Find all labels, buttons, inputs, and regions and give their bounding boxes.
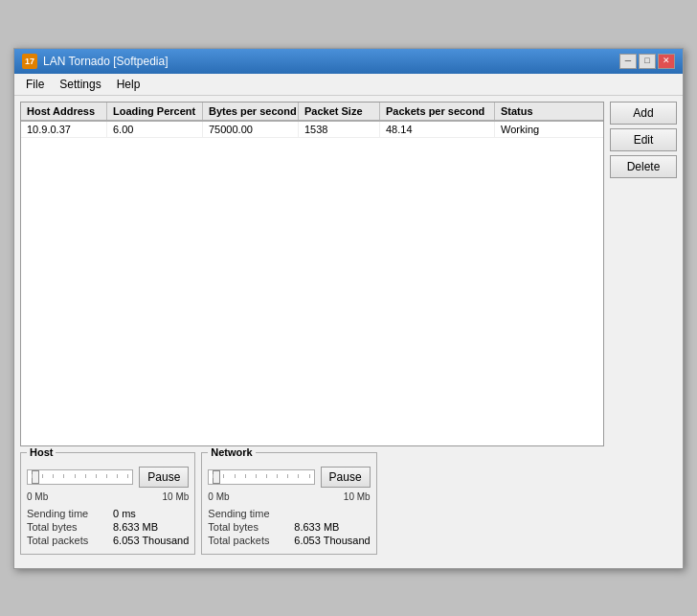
host-total-packets-value: 6.053 Thousand [113, 535, 189, 546]
menu-bar: File Settings Help [14, 74, 683, 96]
network-total-bytes-label: Total bytes [208, 521, 294, 533]
host-table: Host Address Loading Percent Bytes per s… [20, 102, 604, 446]
menu-settings[interactable]: Settings [52, 76, 108, 93]
tick [256, 474, 257, 478]
col-host-address: Host Address [21, 103, 107, 120]
host-panel-title: Host [27, 446, 56, 458]
network-sending-time-label: Sending time [208, 508, 294, 519]
host-total-bytes-row: Total bytes 8.633 MB [27, 521, 189, 533]
tick [85, 474, 86, 478]
host-total-bytes-label: Total bytes [27, 521, 113, 533]
col-loading-percent: Loading Percent [107, 103, 203, 120]
host-slider-min: 0 Mb [27, 491, 48, 502]
tick [235, 474, 236, 478]
tick [32, 474, 33, 478]
network-total-packets-value: 6.053 Thousand [294, 535, 370, 546]
table-header: Host Address Loading Percent Bytes per s… [21, 103, 603, 122]
tick [245, 474, 246, 478]
tick [75, 474, 76, 478]
main-window: 17 LAN Tornado [Softpedia] ─ □ ✕ File Se… [13, 48, 684, 569]
col-bytes-per-second: Bytes per second [203, 103, 299, 120]
host-slider-max: 10 Mb [163, 491, 190, 502]
tick [106, 474, 107, 478]
host-panel: Host [20, 452, 195, 555]
col-packet-size: Packet Size [299, 103, 380, 120]
tick [277, 474, 278, 478]
host-slider-track[interactable] [27, 469, 133, 485]
edit-button[interactable]: Edit [610, 128, 677, 151]
add-button[interactable]: Add [610, 102, 677, 125]
network-total-packets-row: Total packets 6.053 Thousand [208, 535, 370, 546]
title-controls: ─ □ ✕ [619, 54, 675, 69]
tick [213, 474, 214, 478]
host-sending-time-row: Sending time 0 ms [27, 508, 189, 519]
tick [127, 474, 128, 478]
network-total-packets-label: Total packets [208, 535, 294, 546]
tick [117, 474, 118, 478]
tick [266, 474, 267, 478]
main-content: Host Address Loading Percent Bytes per s… [14, 96, 683, 452]
table-row[interactable]: 10.9.0.37 6.00 75000.00 1538 48.14 Worki… [21, 122, 603, 138]
cell-bytes: 75000.00 [203, 122, 299, 137]
tick [63, 474, 64, 478]
tick [96, 474, 97, 478]
title-bar-left: 17 LAN Tornado [Softpedia] [22, 54, 169, 69]
network-panel-title: Network [208, 446, 255, 458]
cell-host: 10.9.0.37 [21, 122, 107, 137]
host-sending-time-label: Sending time [27, 508, 113, 519]
col-packets-per-second: Packets per second [380, 103, 495, 120]
host-sending-time-value: 0 ms [113, 508, 136, 519]
col-status: Status [495, 103, 603, 120]
close-button[interactable]: ✕ [658, 54, 675, 69]
tick [309, 474, 310, 478]
network-slider-min: 0 Mb [208, 491, 229, 502]
network-sending-time-row: Sending time [208, 508, 370, 519]
delete-button[interactable]: Delete [610, 155, 677, 178]
cell-status: Working [495, 122, 603, 137]
host-total-packets-label: Total packets [27, 535, 113, 546]
network-pause-button[interactable]: Pause [321, 467, 371, 488]
network-slider-area: Pause [208, 467, 370, 488]
network-slider-max: 10 Mb [344, 491, 371, 502]
network-panel: Network [201, 452, 376, 555]
network-total-bytes-value: 8.633 MB [294, 521, 339, 533]
host-slider-area: Pause [27, 467, 189, 488]
app-icon: 17 [22, 54, 37, 69]
network-slider-labels: 0 Mb 10 Mb [208, 491, 370, 502]
host-total-bytes-value: 8.633 MB [113, 521, 158, 533]
tick [42, 474, 43, 478]
network-slider-track[interactable] [208, 469, 314, 485]
host-slider-labels: 0 Mb 10 Mb [27, 491, 189, 502]
tick [53, 474, 54, 478]
host-pause-button[interactable]: Pause [139, 467, 189, 488]
maximize-button[interactable]: □ [639, 54, 656, 69]
host-total-packets-row: Total packets 6.053 Thousand [27, 535, 189, 546]
cell-loading: 6.00 [107, 122, 203, 137]
sidebar-buttons: Add Edit Delete [610, 102, 677, 446]
title-bar: 17 LAN Tornado [Softpedia] ─ □ ✕ [14, 49, 683, 74]
menu-file[interactable]: File [18, 76, 52, 93]
tick [287, 474, 288, 478]
tick [298, 474, 299, 478]
minimize-button[interactable]: ─ [619, 54, 637, 69]
network-total-bytes-row: Total bytes 8.633 MB [208, 521, 370, 533]
window-title: LAN Tornado [Softpedia] [43, 55, 169, 68]
bottom-section: Host [14, 452, 683, 568]
cell-packet: 1538 [299, 122, 380, 137]
menu-help[interactable]: Help [109, 76, 148, 93]
tick [223, 474, 224, 478]
cell-pps: 48.14 [380, 122, 495, 137]
